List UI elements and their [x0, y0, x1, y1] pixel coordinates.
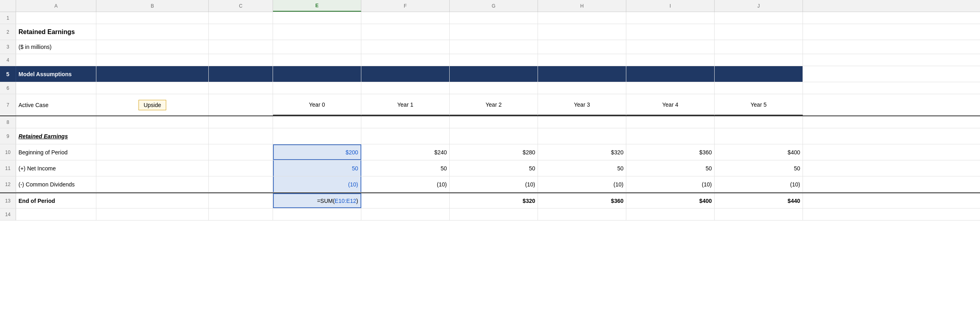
cell-2c[interactable]	[96, 24, 209, 40]
cell-14i[interactable]	[626, 209, 715, 220]
cell-9g[interactable]	[450, 128, 538, 144]
cell-12j[interactable]: (10)	[715, 176, 803, 192]
cell-3c[interactable]	[96, 40, 209, 54]
cell-4c[interactable]	[96, 54, 209, 66]
cell-7g-year2[interactable]: Year 2	[450, 94, 538, 115]
cell-1d[interactable]	[209, 12, 273, 24]
cell-14f[interactable]	[361, 209, 450, 220]
cell-12c[interactable]	[96, 176, 209, 192]
cell-9c[interactable]	[96, 128, 209, 144]
cell-10h[interactable]: $320	[538, 144, 626, 160]
cell-5i[interactable]	[626, 66, 715, 82]
cell-3e[interactable]	[273, 40, 361, 54]
cell-10j[interactable]: $400	[715, 144, 803, 160]
cell-7f-year1[interactable]: Year 1	[361, 94, 450, 115]
cell-11f[interactable]: 50	[361, 160, 450, 176]
cell-6f[interactable]	[361, 82, 450, 94]
cell-12h[interactable]: (10)	[538, 176, 626, 192]
cell-10c[interactable]	[96, 144, 209, 160]
cell-6d[interactable]	[209, 82, 273, 94]
cell-2i[interactable]	[626, 24, 715, 40]
cell-2b[interactable]: Retained Earnings	[16, 24, 96, 40]
cell-12b[interactable]: (-) Common Dividends	[16, 176, 96, 192]
cell-11d[interactable]	[209, 160, 273, 176]
cell-10b[interactable]: Beginning of Period	[16, 144, 96, 160]
cell-11c[interactable]	[96, 160, 209, 176]
cell-12e[interactable]: (10)	[273, 176, 361, 192]
cell-7d[interactable]	[209, 94, 273, 115]
cell-8f[interactable]	[361, 116, 450, 128]
cell-2h[interactable]	[538, 24, 626, 40]
cell-13f[interactable]	[361, 193, 450, 208]
cell-1j[interactable]	[715, 12, 803, 24]
cell-3i[interactable]	[626, 40, 715, 54]
cell-5h[interactable]	[538, 66, 626, 82]
cell-9d[interactable]	[209, 128, 273, 144]
cell-1g[interactable]	[450, 12, 538, 24]
cell-13j[interactable]: $440	[715, 193, 803, 208]
cell-4h[interactable]	[538, 54, 626, 66]
cell-12f[interactable]: (10)	[361, 176, 450, 192]
cell-9h[interactable]	[538, 128, 626, 144]
cell-8j[interactable]	[715, 116, 803, 128]
cell-1e[interactable]	[273, 12, 361, 24]
col-header-d[interactable]: E	[273, 0, 361, 12]
col-header-a[interactable]: A	[16, 0, 96, 12]
cell-4b[interactable]	[16, 54, 96, 66]
cell-9i[interactable]	[626, 128, 715, 144]
cell-5f[interactable]	[361, 66, 450, 82]
cell-11e[interactable]: 50	[273, 160, 361, 176]
cell-7h-year3[interactable]: Year 3	[538, 94, 626, 115]
cell-4i[interactable]	[626, 54, 715, 66]
cell-5d[interactable]	[209, 66, 273, 82]
cell-6b[interactable]	[16, 82, 96, 94]
cell-13e[interactable]: =SUM(E10:E12)	[273, 193, 361, 208]
cell-4e[interactable]	[273, 54, 361, 66]
col-header-f[interactable]: F	[361, 0, 450, 12]
cell-12d[interactable]	[209, 176, 273, 192]
col-header-i[interactable]: I	[626, 0, 715, 12]
cell-11h[interactable]: 50	[538, 160, 626, 176]
cell-10g[interactable]: $280	[450, 144, 538, 160]
cell-10d[interactable]	[209, 144, 273, 160]
cell-2e[interactable]	[273, 24, 361, 40]
cell-2d[interactable]	[209, 24, 273, 40]
cell-2g[interactable]	[450, 24, 538, 40]
cell-1f[interactable]	[361, 12, 450, 24]
cell-14g[interactable]	[450, 209, 538, 220]
col-header-c[interactable]: C	[209, 0, 273, 12]
cell-4d[interactable]	[209, 54, 273, 66]
cell-3g[interactable]	[450, 40, 538, 54]
cell-8e[interactable]	[273, 116, 361, 128]
cell-12i[interactable]: (10)	[626, 176, 715, 192]
cell-3j[interactable]	[715, 40, 803, 54]
cell-6g[interactable]	[450, 82, 538, 94]
cell-3b[interactable]: ($ in millions)	[16, 40, 96, 54]
cell-8b[interactable]	[16, 116, 96, 128]
cell-8d[interactable]	[209, 116, 273, 128]
cell-4g[interactable]	[450, 54, 538, 66]
cell-1b[interactable]	[16, 12, 96, 24]
cell-7c-upside[interactable]: Upside	[96, 94, 209, 115]
cell-10i[interactable]: $360	[626, 144, 715, 160]
cell-13i[interactable]: $400	[626, 193, 715, 208]
cell-3h[interactable]	[538, 40, 626, 54]
cell-6c[interactable]	[96, 82, 209, 94]
col-header-b[interactable]: B	[96, 0, 209, 12]
cell-1h[interactable]	[538, 12, 626, 24]
cell-4j[interactable]	[715, 54, 803, 66]
cell-6j[interactable]	[715, 82, 803, 94]
cell-14h[interactable]	[538, 209, 626, 220]
cell-3d[interactable]	[209, 40, 273, 54]
cell-9f[interactable]	[361, 128, 450, 144]
cell-11b[interactable]: (+) Net Income	[16, 160, 96, 176]
cell-7e-year0[interactable]: Year 0	[273, 94, 361, 115]
cell-8c[interactable]	[96, 116, 209, 128]
cell-6h[interactable]	[538, 82, 626, 94]
cell-2j[interactable]	[715, 24, 803, 40]
cell-1c[interactable]	[96, 12, 209, 24]
cell-6i[interactable]	[626, 82, 715, 94]
cell-5b[interactable]: Model Assumptions	[16, 66, 96, 82]
cell-9e[interactable]	[273, 128, 361, 144]
cell-10f[interactable]: $240	[361, 144, 450, 160]
